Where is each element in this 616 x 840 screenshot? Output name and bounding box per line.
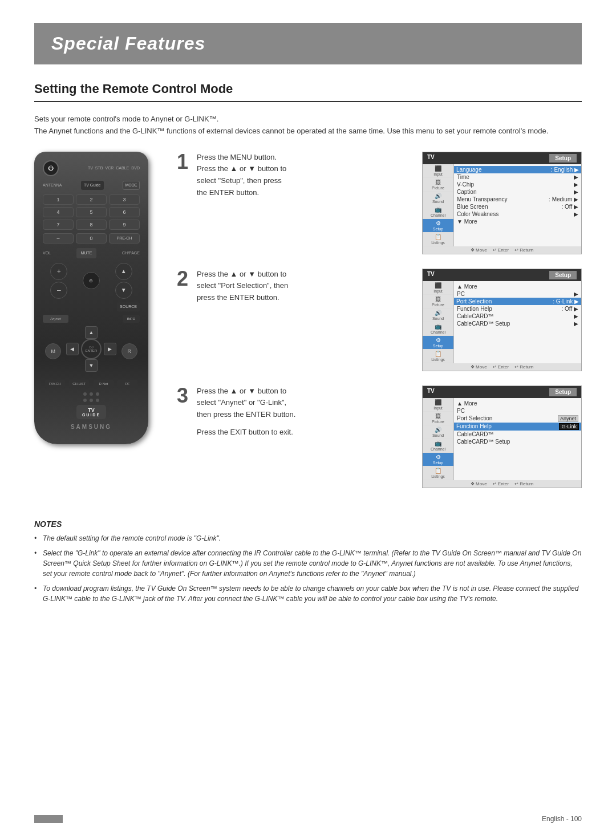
tv-footer-1: ❖ Move ↵ Enter ↩ Return (423, 246, 581, 254)
dot-5 (90, 399, 93, 402)
source-labels: TV STB VCR CABLE DVD (88, 166, 140, 170)
vol-ch-row: VOL MUTE CH/PAGE (43, 248, 140, 258)
round-btn-group: + – ⊕ ▲ ▼ (43, 263, 140, 299)
info-button[interactable]: INFO (123, 315, 140, 323)
tv-content-1: Language: English ▶ Time▶ V-Chip▶ Captio… (454, 164, 581, 246)
num-7-button[interactable]: 7 (43, 220, 74, 230)
antenna-label: ANTENNA (43, 183, 62, 187)
tv-screen-2: TV Setup ⬛ Input 🖼 Picture (422, 269, 582, 371)
nav-right-button[interactable]: ▶ (104, 343, 116, 355)
note-1-text: The default setting for the remote contr… (43, 534, 221, 542)
note-3-text: To download program listings, the TV Gui… (43, 585, 578, 603)
setup-icon-2: ⚙ (436, 337, 441, 343)
note-item-2: Select the "G-Link" to operate an extern… (34, 548, 582, 579)
sound-icon-2: 🔊 (435, 310, 441, 316)
nav-up-button[interactable]: ▲ (85, 326, 98, 339)
channel-icon-2: 📺 (435, 323, 441, 330)
tv-item-port-selection-2: Port Selection: G-Link ▶ (454, 298, 581, 305)
remote-control: ⏻ TV STB VCR CABLE DVD ANTENNA TV Guide … (34, 152, 148, 444)
favch-button[interactable]: FAV.CH (45, 380, 65, 388)
nav-left-button[interactable]: ◀ (66, 343, 79, 355)
page-title: Special Features (51, 33, 565, 54)
sidebar-listings-2: 📋 Listings (423, 350, 453, 363)
tv-guide-logo: TV GUIDE (43, 405, 140, 419)
footer-bar (34, 815, 63, 823)
footer-return-1: ↩ Return (514, 247, 533, 253)
tv-item-port-selection-3: Port Selection Anynet (457, 415, 578, 423)
setup-title-s3: Setup (549, 388, 577, 396)
notes-list: The default setting for the remote contr… (34, 533, 582, 604)
ch-down-button[interactable]: ▼ (115, 282, 132, 299)
enter-button[interactable]: C↺ ENTER (81, 339, 102, 359)
sound-icon-3: 🔊 (435, 427, 441, 433)
ok-button[interactable]: ⊕ (83, 272, 100, 289)
picture-icon-1: 🖼 (435, 179, 441, 185)
remote-top-row: ⏻ TV STB VCR CABLE DVD (43, 160, 140, 176)
footer-enter-2: ↵ Enter (493, 364, 509, 370)
num-2-button[interactable]: 2 (76, 194, 107, 205)
sidebar-channel-1: 📺 Channel (423, 205, 453, 219)
nav-center-row: ◀ C↺ ENTER ▶ (66, 339, 116, 359)
num-4-button[interactable]: 4 (43, 207, 74, 217)
main-layout: ⏻ TV STB VCR CABLE DVD ANTENNA TV Guide … (34, 152, 582, 502)
tv-item-cablecard-setup-3: CableCARD™ Setup (457, 438, 578, 445)
tv-screen-3: TV Setup ⬛ Input 🖼 Picture (422, 385, 582, 488)
num-3-button[interactable]: 3 (109, 194, 140, 205)
source-button[interactable]: SOURCE (117, 302, 140, 311)
tv-screen-1-body: ⬛ Input 🖼 Picture 🔊 Sound (423, 164, 581, 246)
num-5-button[interactable]: 5 (76, 207, 107, 217)
num-6-button[interactable]: 6 (109, 207, 140, 217)
ch-up-button[interactable]: ▲ (115, 263, 132, 280)
vol-down-button[interactable]: – (50, 282, 67, 299)
tv-item-cablecard-3: CableCARD™ (457, 431, 578, 438)
listings-icon-1: 📋 (435, 234, 441, 240)
footer-return-2: ↩ Return (514, 364, 533, 370)
step-2-container: 2 Press the ▲ or ▼ button to select "Por… (177, 269, 582, 371)
dash-button[interactable]: – (43, 233, 74, 244)
sound-icon-1: 🔊 (435, 193, 441, 199)
sidebar-picture-3: 🖼 Picture (423, 412, 453, 425)
step-1-left: 1 Press the MENU button. Press the ▲ or … (177, 152, 411, 205)
tv-item-blue-screen: Blue Screen: Off ▶ (457, 203, 578, 210)
tv-screen-2-body: ⬛ Input 🖼 Picture 🔊 Sound (423, 281, 581, 363)
tv-guide-button[interactable]: TV Guide (81, 181, 104, 190)
dot-1 (83, 392, 87, 396)
tv-item-menu-trans: Menu Transparency: Medium ▶ (457, 196, 578, 203)
step-2-content: Press the ▲ or ▼ button to select "Port … (197, 269, 411, 310)
return-button[interactable]: R (121, 343, 137, 359)
footer-move-1: ❖ Move (471, 247, 487, 253)
power-button[interactable]: ⏻ (43, 160, 59, 176)
num-0-button[interactable]: 0 (76, 233, 107, 244)
tv-item-time: Time▶ (457, 173, 578, 181)
mute-button[interactable]: MUTE (76, 248, 96, 258)
tv-item-color-weakness: Color Weakness▶ (457, 210, 578, 218)
listings-icon-2: 📋 (435, 351, 441, 357)
num-8-button[interactable]: 8 (76, 220, 107, 230)
stb-label: STB (95, 166, 103, 170)
dot-2 (90, 392, 93, 396)
tv-label-s1: TV (427, 154, 435, 163)
step-3-left: 3 Press the ▲ or ▼ button to select "Any… (177, 385, 411, 444)
anynet-button[interactable]: Anynet (43, 315, 68, 323)
num-1-button[interactable]: 1 (43, 194, 74, 205)
chlist-button[interactable]: CH.LIST (69, 380, 89, 388)
setup-icon-3: ⚙ (436, 454, 441, 460)
vol-up-button[interactable]: + (50, 263, 67, 280)
nav-down-button[interactable]: ▼ (85, 359, 98, 372)
cable-label: CABLE (116, 166, 129, 170)
menu-button[interactable]: M (45, 343, 61, 359)
tv-item-pc-3: PC (457, 407, 578, 415)
dnet-button[interactable]: D-Net (94, 380, 114, 388)
num-9-button[interactable]: 9 (109, 220, 140, 230)
dot-4 (83, 399, 87, 402)
input-icon-1: ⬛ (435, 165, 441, 172)
anynet-info-row: Anynet INFO (43, 315, 140, 323)
rf-button[interactable]: RF (117, 380, 137, 388)
ch-label: CH/PAGE (122, 251, 140, 255)
prech-button[interactable]: PRE-CH (109, 233, 140, 244)
sidebar-listings-3: 📋 Listings (423, 466, 453, 480)
channel-icon-1: 📺 (435, 206, 441, 213)
setup-icon-1: ⚙ (436, 220, 441, 226)
step-3-container: 3 Press the ▲ or ▼ button to select "Any… (177, 385, 582, 488)
mode-button[interactable]: MODE (123, 181, 140, 190)
